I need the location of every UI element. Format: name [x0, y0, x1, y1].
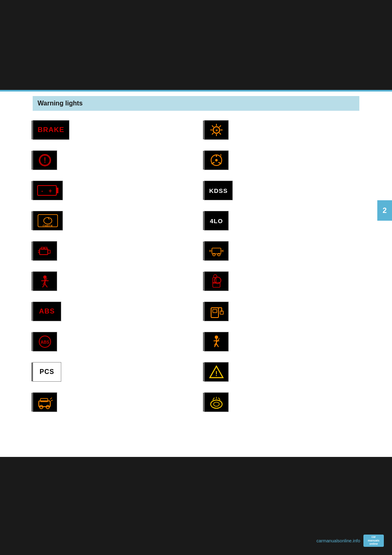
tab-number: 2 — [383, 206, 387, 215]
svg-text:-: - — [41, 188, 43, 194]
list-item: ABS — [33, 300, 180, 323]
list-item: - + — [33, 179, 180, 202]
header-accent-bar — [0, 90, 392, 92]
svg-line-8 — [212, 133, 214, 134]
svg-line-68 — [51, 400, 53, 401]
fuel-pump-icon — [209, 304, 224, 319]
svg-line-73 — [218, 398, 220, 400]
svg-point-70 — [214, 402, 219, 406]
svg-rect-49 — [213, 309, 217, 313]
svg-point-69 — [211, 400, 222, 408]
4lo-indicator: 4LO — [204, 211, 229, 231]
list-item: BRAKE — [33, 119, 180, 141]
engine-malfunction-indicator — [33, 241, 57, 261]
svg-line-72 — [213, 398, 214, 400]
svg-text:+: + — [49, 188, 52, 194]
svg-text:CHECK: CHECK — [43, 224, 53, 227]
list-item: PCS — [33, 360, 180, 383]
svg-rect-29 — [41, 247, 44, 249]
4wd-indicator — [204, 241, 229, 261]
svg-line-5 — [212, 125, 214, 127]
watermark-logo-text: carmanualsonline — [368, 535, 379, 546]
door-ajar-indicator — [204, 332, 229, 351]
tire-pressure-indicator: ! — [204, 392, 229, 412]
list-item: ! — [33, 149, 180, 172]
svg-line-6 — [219, 133, 221, 134]
svg-rect-19 — [38, 186, 56, 195]
steering-power-icon: ! — [209, 152, 224, 168]
list-item: ☀ — [204, 119, 351, 141]
master-warning-indicator: ! — [204, 362, 229, 382]
list-item: ! — [204, 149, 351, 172]
airbag-indicator — [204, 271, 229, 291]
list-item — [204, 300, 351, 323]
list-item: ! — [204, 360, 351, 383]
warning-lights-grid: BRAKE ☀ — [33, 119, 351, 414]
svg-point-14 — [215, 159, 218, 161]
list-item — [33, 391, 180, 414]
svg-rect-27 — [40, 249, 48, 255]
4wd-icon — [209, 243, 224, 259]
seatbelt-indicator — [33, 271, 57, 291]
battery-icon: - + — [36, 183, 59, 198]
svg-rect-30 — [45, 247, 47, 249]
abs-circle-icon: ABS — [37, 334, 53, 349]
watermark: carmanualsonline.info carmanualsonline — [316, 535, 384, 547]
page-tab: 2 — [377, 200, 392, 221]
svg-rect-20 — [56, 188, 58, 193]
sun-sensor-icon: ☀ — [209, 122, 224, 138]
engine-icon — [37, 243, 53, 259]
list-item: CHECK — [33, 209, 180, 232]
traction-car-icon — [37, 394, 53, 410]
svg-line-42 — [45, 284, 47, 287]
svg-text:ABS: ABS — [40, 340, 49, 345]
list-item: ABS — [33, 330, 180, 353]
list-item — [204, 270, 351, 293]
seatbelt-person-icon — [37, 273, 53, 289]
battery-indicator: - + — [33, 181, 63, 200]
svg-point-55 — [215, 336, 218, 339]
airbag-icon — [209, 273, 224, 289]
svg-text:!: ! — [215, 370, 217, 377]
check-gauge-indicator: CHECK — [33, 211, 63, 231]
section-title: Warning lights — [38, 100, 83, 107]
tire-pressure-icon: ! — [209, 394, 224, 410]
list-item — [204, 239, 351, 262]
list-item: ! — [204, 391, 351, 414]
svg-line-59 — [216, 344, 218, 347]
svg-rect-33 — [212, 248, 221, 254]
list-item: KDSS — [204, 179, 351, 202]
svg-line-7 — [219, 125, 221, 127]
svg-point-24 — [44, 217, 52, 224]
page: Warning lights BRAKE — [0, 0, 392, 555]
light-sensor-indicator: ☀ — [204, 120, 229, 140]
kdss-indicator: KDSS — [204, 181, 233, 200]
list-item — [33, 270, 180, 293]
abs-text-indicator: ABS — [33, 302, 61, 321]
fuel-indicator — [204, 302, 229, 321]
oil-pressure-icon: ! — [37, 152, 53, 168]
4lo-label: 4LO — [210, 217, 223, 224]
svg-line-67 — [50, 398, 52, 399]
svg-text:!: ! — [220, 153, 222, 158]
traction-control-indicator — [33, 392, 57, 412]
check-gauge-icon: CHECK — [36, 213, 59, 228]
abs-text-label: ABS — [39, 307, 55, 316]
svg-text:!: ! — [216, 396, 217, 401]
triangle-warning-icon: ! — [209, 364, 224, 380]
steering-indicator: ! — [204, 150, 229, 170]
svg-text:!: ! — [44, 156, 46, 164]
watermark-logo: carmanualsonline — [363, 535, 384, 547]
pcs-label: PCS — [40, 368, 54, 376]
section-header: Warning lights — [33, 96, 359, 111]
abs-circle-indicator: ABS — [33, 332, 57, 351]
watermark-url: carmanualsonline.info — [316, 538, 360, 543]
list-item: 4LO — [204, 209, 351, 232]
kdss-label: KDSS — [209, 187, 228, 194]
door-ajar-icon — [209, 334, 224, 349]
list-item — [204, 330, 351, 353]
svg-point-38 — [43, 275, 47, 279]
pcs-indicator: PCS — [33, 362, 61, 382]
brake-indicator: BRAKE — [33, 120, 69, 140]
svg-text:☀: ☀ — [215, 129, 218, 132]
